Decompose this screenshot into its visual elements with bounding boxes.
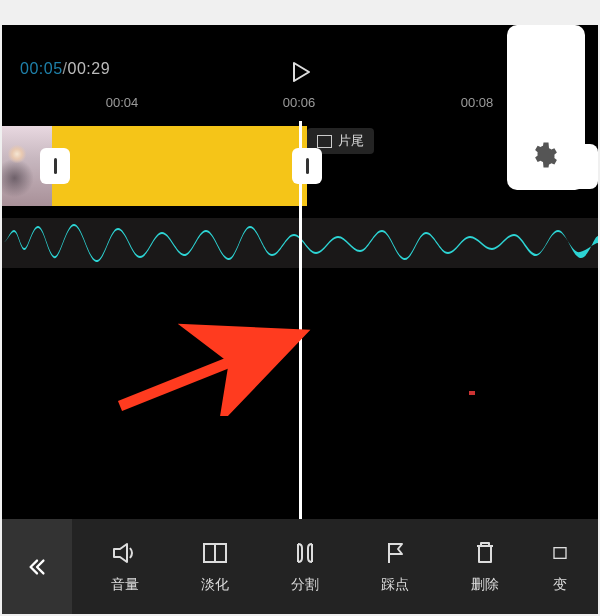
tool-items: 音量 淡化 分割 踩点 xyxy=(72,540,598,594)
tool-label: 删除 xyxy=(471,576,499,594)
fade-button[interactable]: 淡化 xyxy=(185,540,245,594)
fade-icon xyxy=(200,540,230,566)
trash-icon xyxy=(470,540,500,566)
tool-label: 踩点 xyxy=(381,576,409,594)
ruler-tick: 00:08 xyxy=(461,95,494,110)
play-button[interactable] xyxy=(288,60,312,84)
clip-handle-right[interactable] xyxy=(292,148,322,184)
play-icon xyxy=(288,60,312,84)
change-button[interactable]: 变 xyxy=(545,540,575,594)
video-editor: 00:05/00:29 00:04 00:06 00:08 片尾 + xyxy=(2,25,598,614)
settings-panel[interactable] xyxy=(507,25,585,190)
tool-label: 变 xyxy=(553,576,567,594)
back-button[interactable] xyxy=(2,519,72,614)
split-icon xyxy=(290,540,320,566)
svg-rect-2 xyxy=(554,547,566,558)
volume-button[interactable]: 音量 xyxy=(95,540,155,594)
ruler-tick: 00:04 xyxy=(106,95,139,110)
tool-label: 音量 xyxy=(111,576,139,594)
tool-label: 分割 xyxy=(291,576,319,594)
flag-icon xyxy=(380,540,410,566)
split-button[interactable]: 分割 xyxy=(275,540,335,594)
current-time: 00:05 xyxy=(20,60,63,77)
video-clip[interactable] xyxy=(52,126,307,206)
tool-label: 淡化 xyxy=(201,576,229,594)
change-icon xyxy=(545,540,575,566)
playhead[interactable] xyxy=(299,121,302,519)
time-display: 00:05/00:29 xyxy=(20,60,110,78)
total-time: 00:29 xyxy=(68,60,111,77)
ruler-tick: 00:06 xyxy=(283,95,316,110)
ending-label: 片尾 xyxy=(338,132,364,150)
clip-handle-left[interactable] xyxy=(40,148,70,184)
marker-dot xyxy=(469,391,475,395)
chevron-left-double-icon xyxy=(26,556,48,578)
bottom-toolbar: 音量 淡化 分割 踩点 xyxy=(2,519,598,614)
volume-icon xyxy=(110,540,140,566)
beat-button[interactable]: 踩点 xyxy=(365,540,425,594)
header: 00:05/00:29 xyxy=(2,25,598,90)
delete-button[interactable]: 删除 xyxy=(455,540,515,594)
gear-icon xyxy=(531,140,561,170)
